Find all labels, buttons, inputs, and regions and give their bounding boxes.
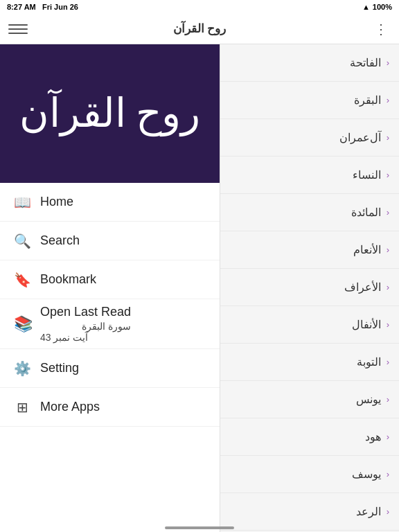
status-time: 8:27 AM Fri Jun 26 [7,3,78,11]
surah-item[interactable]: البقرة › [220,82,399,119]
status-bar: 8:27 AM Fri Jun 26 ▲ 100% [0,0,399,14]
nav-item-bookmark[interactable]: 🔖 Bookmark [0,260,220,299]
nav-list: 📖 Home 🔍 Search 🔖 Bookmark 📚 Open Last R… [0,183,220,532]
wifi-icon: ▲ [362,3,370,11]
menu-button[interactable] [8,19,28,39]
surah-name: آل‌عمران [339,131,381,144]
nav-item-home[interactable]: 📖 Home [0,183,220,222]
nav-item-more-apps[interactable]: ⊞ More Apps [0,388,220,427]
surah-name: البقرة [354,94,381,107]
surah-arrow-icon: › [387,207,389,218]
surah-name: الفاتحة [350,56,381,69]
surah-arrow-icon: › [387,170,389,180]
surah-arrow-icon: › [387,357,389,367]
surah-item[interactable]: الفاتحة › [220,44,399,82]
surah-item[interactable]: الأنفال › [220,306,399,344]
surah-item[interactable]: الأعراف › [220,269,399,306]
nav-item-last-read[interactable]: 📚 Open Last Read سورة البقرة آیت نمبر 43 [0,299,220,349]
surah-name: يوسف [352,468,381,481]
surah-list[interactable]: الفاتحة › البقرة › آل‌عمران › النساء › ا… [220,44,399,532]
surah-name: يونس [356,393,381,406]
surah-arrow-icon: › [387,282,389,292]
search-icon: 🔍 [14,233,30,249]
more-apps-icon: ⊞ [14,399,30,416]
surah-arrow-icon: › [387,394,389,405]
surah-item[interactable]: الأنعام › [220,231,399,269]
search-label: Search [40,233,80,248]
last-read-title: Open Last Read [40,305,131,319]
more-apps-label: More Apps [40,400,100,414]
bookmark-icon: 🔖 [14,272,30,288]
surah-item[interactable]: الرعد › [220,493,399,531]
header-title: روح القرآن [173,21,226,36]
surah-name: الأنفال [352,318,381,331]
app-container: روح القرآن ⋮ روح القرآن 📖 Home 🔍 Search [0,14,399,532]
surah-item[interactable]: يوسف › [220,456,399,493]
surah-arrow-icon: › [387,132,389,143]
surah-name: المائدة [351,206,381,219]
logo-text: روح القرآن [19,91,201,136]
surah-arrow-icon: › [387,432,389,442]
battery-icon: 100% [373,3,392,11]
logo-area: روح القرآن [0,44,220,183]
sidebar: روح القرآن 📖 Home 🔍 Search 🔖 Bookmark [0,44,220,532]
nav-item-setting[interactable]: ⚙️ Setting [0,349,220,388]
surah-item[interactable]: التوبة › [220,344,399,381]
surah-item[interactable]: هود › [220,418,399,456]
body-split: روح القرآن 📖 Home 🔍 Search 🔖 Bookmark [0,44,399,532]
more-button[interactable]: ⋮ [371,19,391,39]
surah-arrow-icon: › [387,319,389,330]
home-icon: 📖 [14,194,30,211]
surah-item[interactable]: النساء › [220,157,399,194]
surah-arrow-icon: › [387,57,389,68]
last-read-icon: 📚 [14,315,30,333]
surah-arrow-icon: › [387,95,389,105]
setting-label: Setting [40,361,79,375]
surah-name: هود [365,430,381,443]
home-label: Home [40,195,73,209]
nav-item-search[interactable]: 🔍 Search [0,222,220,260]
surah-arrow-icon: › [387,469,389,479]
surah-name: الرعد [356,505,381,518]
surah-name: النساء [353,168,381,181]
surah-item[interactable]: يونس › [220,381,399,418]
header: روح القرآن ⋮ [0,14,399,44]
last-read-ayat: آیت نمبر 43 [40,332,131,343]
surah-arrow-icon: › [387,245,389,255]
status-right: ▲ 100% [362,3,392,11]
surah-item[interactable]: آل‌عمران › [220,119,399,157]
setting-icon: ⚙️ [14,360,30,377]
surah-name: التوبة [357,355,381,369]
surah-arrow-icon: › [387,506,389,517]
surah-item[interactable]: المائدة › [220,194,399,231]
surah-name: الأنعام [353,243,381,256]
bookmark-label: Bookmark [40,272,96,287]
surah-name: الأعراف [344,281,381,294]
last-read-surah: سورة البقرة [40,321,131,332]
scroll-indicator [165,526,234,529]
last-read-content: Open Last Read سورة البقرة آیت نمبر 43 [40,305,131,343]
